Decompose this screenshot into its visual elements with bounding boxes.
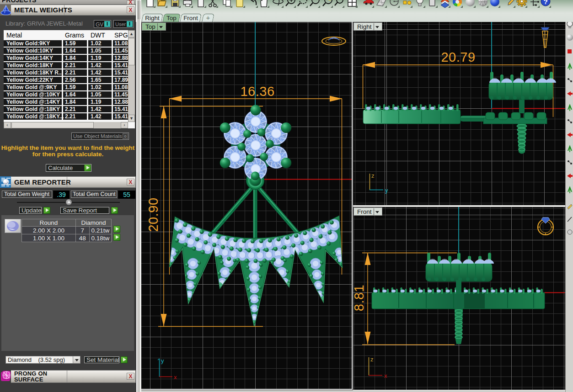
- svg-text:y: y: [161, 357, 164, 364]
- svg-text:y: y: [385, 187, 388, 194]
- svg-text:8.81: 8.81: [353, 285, 366, 311]
- svg-text:16.36: 16.36: [240, 84, 274, 99]
- svg-text:x: x: [174, 374, 177, 381]
- svg-text:20.90: 20.90: [146, 197, 161, 232]
- svg-text:z: z: [371, 172, 375, 179]
- svg-text:x: x: [384, 372, 387, 379]
- svg-text:20.79: 20.79: [441, 50, 475, 64]
- svg-text:?: ?: [543, 0, 547, 5]
- svg-text:z: z: [370, 356, 374, 363]
